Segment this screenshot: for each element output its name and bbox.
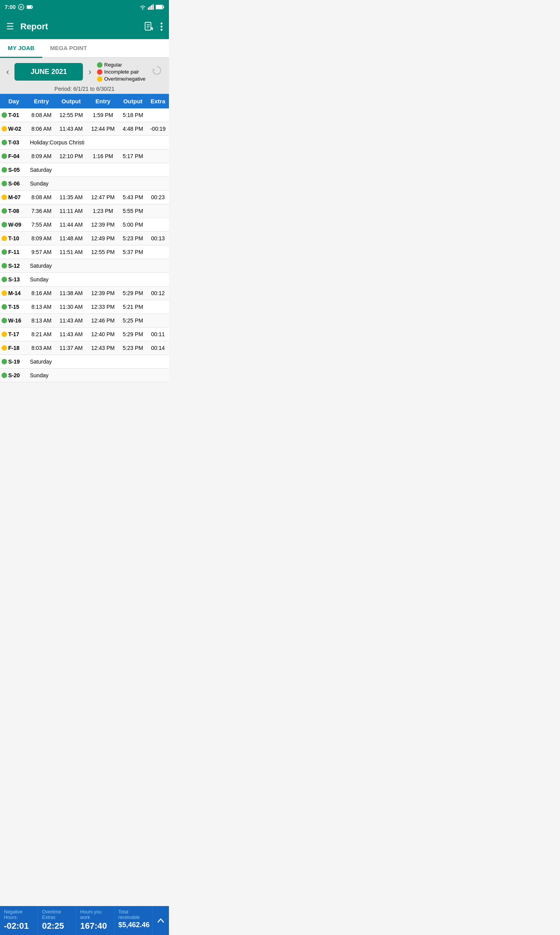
table-row[interactable]: W-02 8:06 AM 11:43 AM 12:44 PM 4:48 PM -…	[0, 122, 169, 136]
row-status-dot	[2, 208, 7, 214]
row-special-label: Saturday	[28, 259, 169, 273]
table-row[interactable]: M-14 8:16 AM 11:38 AM 12:39 PM 5:29 PM 0…	[0, 286, 169, 300]
table-row[interactable]: T-03 Holiday:Corpus Christi	[0, 136, 169, 150]
row-day-cell: S-19	[0, 355, 28, 368]
table-row[interactable]: F-18 8:03 AM 11:37 AM 12:43 PM 5:23 PM 0…	[0, 341, 169, 355]
row-day-cell: S-05	[0, 163, 28, 177]
row-entry2: 1:59 PM	[87, 108, 119, 122]
tab-mega-point[interactable]: MEGA POINT	[42, 39, 95, 58]
footer-hours-worked-label: Hours you work	[80, 909, 112, 920]
more-button[interactable]	[160, 22, 163, 31]
row-entry1: 8:13 AM	[28, 314, 56, 328]
row-status-dot	[2, 290, 7, 296]
table-row[interactable]: M-07 8:08 AM 11:35 AM 12:47 PM 5:43 PM 0…	[0, 191, 169, 204]
legend-red-dot	[97, 69, 102, 75]
row-status-dot	[2, 263, 7, 268]
top-bar-icons	[144, 22, 163, 32]
row-entry1: 9:57 AM	[28, 245, 56, 259]
tab-my-joab[interactable]: MY JOAB	[0, 39, 42, 58]
legend: Regular Incomplete pair Overtime/negativ…	[97, 62, 146, 82]
svg-rect-4	[27, 6, 31, 8]
row-entry1: 8:03 AM	[28, 341, 56, 355]
footer-total-receivable-label: Total receivable	[118, 909, 150, 920]
table-row[interactable]: S-06 Sunday	[0, 177, 169, 191]
row-special-label: Sunday	[28, 369, 169, 382]
prev-month-button[interactable]: ‹	[3, 65, 12, 79]
table-row[interactable]: T-10 8:09 AM 11:48 AM 12:49 PM 5:23 PM 0…	[0, 232, 169, 245]
row-special-label: Sunday	[28, 273, 169, 286]
next-month-button[interactable]: ›	[85, 65, 94, 79]
row-entry1: 8:21 AM	[28, 328, 56, 341]
row-entry1: 8:16 AM	[28, 286, 56, 300]
table-row[interactable]: T-15 8:13 AM 11:30 AM 12:33 PM 5:21 PM	[0, 300, 169, 314]
row-output1: 11:43 AM	[55, 122, 87, 136]
row-extra	[147, 150, 169, 163]
calendar-nav: ‹ JUNE 2021 › Regular Incomplete pair Ov…	[0, 58, 169, 84]
menu-button[interactable]: ☰	[6, 22, 14, 32]
row-day-cell: W-16	[0, 314, 28, 327]
row-day-label: F-04	[8, 153, 20, 159]
table-row[interactable]: F-11 9:57 AM 11:51 AM 12:55 PM 5:37 PM	[0, 245, 169, 259]
row-output1: 11:37 AM	[55, 341, 87, 355]
row-day-label: T-15	[8, 304, 19, 310]
row-entry2: 1:23 PM	[87, 204, 119, 218]
svg-point-16	[161, 23, 163, 25]
row-status-dot	[2, 222, 7, 227]
row-status-dot	[2, 126, 7, 132]
table-row[interactable]: F-04 8:09 AM 12:10 PM 1:16 PM 5:17 PM	[0, 150, 169, 163]
footer-overtime: Overtime Extras 02:25	[38, 906, 77, 935]
row-extra: -00:19	[147, 122, 169, 136]
period-text: Period: 6/1/21 to 6/30/21	[54, 86, 114, 92]
row-status-dot	[2, 195, 7, 200]
row-output2: 5:21 PM	[119, 300, 147, 314]
row-entry1: 8:08 AM	[28, 191, 56, 204]
row-entry2: 12:43 PM	[87, 341, 119, 355]
row-day-cell: T-15	[0, 300, 28, 313]
table-row[interactable]: S-19 Saturday	[0, 355, 169, 369]
row-day-label: T-01	[8, 112, 19, 118]
row-day-label: S-12	[8, 263, 20, 269]
legend-overtime: Overtime/negative	[97, 76, 146, 82]
row-day-label: W-02	[8, 126, 21, 132]
table-row[interactable]: W-09 7:55 AM 11:44 AM 12:39 PM 5:00 PM	[0, 218, 169, 232]
row-output2: 5:29 PM	[119, 328, 147, 341]
row-day-cell: T-17	[0, 328, 28, 341]
col-entry1: Entry	[28, 94, 56, 108]
table-row[interactable]: T-17 8:21 AM 11:43 AM 12:40 PM 5:29 PM 0…	[0, 328, 169, 341]
content-area: ‹ JUNE 2021 › Regular Incomplete pair Ov…	[0, 58, 169, 414]
table-row[interactable]: S-12 Saturday	[0, 259, 169, 273]
row-day-label: W-16	[8, 317, 21, 324]
battery-icon	[156, 5, 164, 9]
table-row[interactable]: T-01 8:08 AM 12:55 PM 1:59 PM 5:18 PM	[0, 108, 169, 122]
table-row[interactable]: T-08 7:36 AM 11:11 AM 1:23 PM 5:55 PM	[0, 204, 169, 218]
row-status-dot	[2, 181, 7, 186]
table-row[interactable]: S-13 Sunday	[0, 273, 169, 286]
month-button[interactable]: JUNE 2021	[14, 63, 83, 81]
row-entry2: 12:44 PM	[87, 122, 119, 136]
row-extra: 00:11	[147, 328, 169, 341]
row-entry2: 12:49 PM	[87, 232, 119, 245]
rotate-button[interactable]	[148, 63, 166, 81]
footer-up-button[interactable]	[153, 906, 169, 935]
row-output2: 5:17 PM	[119, 150, 147, 163]
signal-icon	[148, 4, 154, 10]
col-extra: Extra	[147, 94, 169, 108]
more-icon	[160, 22, 163, 31]
row-day-cell: T-10	[0, 232, 28, 245]
row-extra	[147, 218, 169, 232]
row-day-label: M-14	[8, 290, 21, 296]
table-row[interactable]: S-20 Sunday	[0, 369, 169, 382]
row-day-cell: S-20	[0, 369, 28, 382]
export-button[interactable]	[144, 22, 154, 32]
status-bar-left: 7:00 P	[5, 4, 33, 10]
legend-yellow-dot	[97, 76, 102, 82]
table-row[interactable]: S-05 Saturday	[0, 163, 169, 177]
footer-total-receivable-value: $5,462.46	[118, 921, 150, 929]
table-row[interactable]: W-16 8:13 AM 11:43 AM 12:46 PM 5:25 PM	[0, 314, 169, 328]
row-output1: 11:51 AM	[55, 245, 87, 259]
row-entry1: 8:08 AM	[28, 108, 56, 122]
row-status-dot	[2, 249, 7, 255]
top-bar: ☰ Report	[0, 14, 169, 39]
footer-summary: Negative Hours: -02:01 Overtime Extras 0…	[0, 906, 169, 935]
row-output1: 11:30 AM	[55, 300, 87, 314]
